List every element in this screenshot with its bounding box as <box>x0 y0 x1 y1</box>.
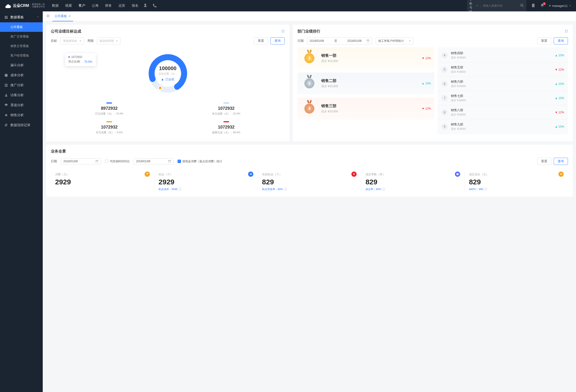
podium-2[interactable]: 2销售二部流水 ¥10,900▲ 10% <box>297 72 434 94</box>
bell-icon[interactable]: 5 <box>540 3 545 8</box>
search-icon[interactable] <box>520 3 524 8</box>
overview-card: 业务全景 日期 2018/01/08 与其他时间对比 2018/01/08 按现… <box>46 145 573 197</box>
menu-toggle-icon[interactable] <box>46 14 50 19</box>
chevron-down-icon: ▼ <box>569 4 571 7</box>
target-filter-label: 目标 <box>51 39 57 43</box>
sidebar-sub-3[interactable]: 客户经理看板 <box>0 51 43 60</box>
query-button[interactable]: 查询 <box>554 37 568 44</box>
overview-date-label: 日期 <box>51 159 57 163</box>
brand-name: 云朵CRM <box>13 3 29 8</box>
rank-row-4[interactable]: 4销售四部流水 ¥19020▲ 10% <box>438 48 568 62</box>
calendar-icon <box>366 39 370 43</box>
stat-type-select[interactable]: 按工单客户经理统计▼ <box>375 37 414 44</box>
query-button[interactable]: 查询 <box>270 37 285 44</box>
username-label: manager11 <box>552 4 568 8</box>
tabs-bar: 公司看板 ✕ <box>43 11 576 21</box>
nav-item-6[interactable]: 报名 <box>132 3 138 8</box>
nav-menu: 数据线索客户公海财务运营报名 <box>52 3 138 8</box>
nav-item-2[interactable]: 客户 <box>79 3 85 8</box>
expand-icon[interactable] <box>565 30 568 33</box>
chevron-down-icon: ▼ <box>79 40 82 42</box>
rank-row-9[interactable]: 9销售九部流水 ¥19020▲ 10% <box>438 120 568 133</box>
cloud-icon <box>5 3 11 8</box>
rank-card-title: 部门业绩排行 <box>297 29 320 34</box>
target-metric-2: 1072932应完成量（元）|8.9% <box>51 118 168 137</box>
brand-sub: 教育机构一站式服务云平台 <box>30 3 45 8</box>
tab-company-board[interactable]: 公司看板 ✕ <box>52 11 73 21</box>
rank-row-7[interactable]: 7销售七部流水 ¥19020▲ 10% <box>438 91 568 105</box>
mobile-icon[interactable] <box>531 3 535 8</box>
sidebar-item-2[interactable]: 推广分析 <box>0 80 43 90</box>
notification-badge: 5 <box>543 2 546 5</box>
target-card-title: 公司业绩目标达成 <box>51 29 81 34</box>
rank-row-5[interactable]: 5销售五部流水 ¥19020▼ 12% <box>438 62 568 77</box>
current-user[interactable]: manager11 ▼ <box>549 4 571 8</box>
calendar-icon <box>95 160 99 163</box>
query-button[interactable]: 查询 <box>554 158 568 165</box>
sidebar-sub-1[interactable]: 推广主管看板 <box>0 32 43 41</box>
chevron-up-icon: ˄ <box>37 16 38 19</box>
donut-chart: 1072932 所占比例: 70.9% 100000 目标总量（元） 已达成 <box>51 47 285 97</box>
chevron-down-icon: ▼ <box>116 40 118 42</box>
chart-tooltip: 1072932 所占比例: 70.9% <box>65 53 96 66</box>
cash-checkbox[interactable]: 按现金消费（返点后消费）统计 <box>178 159 222 163</box>
podium-3[interactable]: 3销售三部流水 ¥10,900▼ 12% <box>297 98 434 120</box>
expand-icon[interactable] <box>281 30 285 33</box>
reset-button[interactable]: 重置 <box>537 37 551 44</box>
calendar-icon <box>168 160 171 163</box>
reset-button[interactable]: 重置 <box>254 37 268 44</box>
sidebar-item-4[interactable]: 渠道分析 <box>0 100 43 110</box>
nav-extra-icons <box>143 3 157 8</box>
sidebar-item-3[interactable]: 访客分析 <box>0 90 43 100</box>
chevron-down-icon: ▼ <box>409 40 411 42</box>
rank-card: 部门业绩排行 日期 2018/01/08 至 2018/01/08 按工单客户经… <box>293 25 573 141</box>
sidebar: 数据看板 ˄ 公司看板推广主管看板销售主管看板客户经理看板 漏斗分析成本分析推广… <box>0 11 43 392</box>
tab-label: 公司看板 <box>55 14 67 18</box>
status-dot <box>549 5 550 6</box>
kpi-0: 消费（元）2929 <box>51 171 154 192</box>
logo: 云朵CRM 教育机构一站式服务云平台 <box>5 3 45 8</box>
sidebar-item-5[interactable]: 销售分析 <box>0 110 43 120</box>
close-icon[interactable]: ✕ <box>68 14 71 18</box>
donut-status: 已达成 <box>159 77 177 82</box>
sidebar-sub-0[interactable]: 公司看板 <box>0 22 43 32</box>
period-select[interactable]: 请选择周期▼ <box>97 37 121 44</box>
nav-item-3[interactable]: 公海 <box>92 3 99 8</box>
sidebar-parent-label: 数据看板 <box>10 15 24 20</box>
nav-item-0[interactable]: 数据 <box>52 3 59 8</box>
kpi-4: 成交流水（元）829ARPU：¥80 ? <box>465 171 568 192</box>
period-filter-label: 周期 <box>87 39 93 43</box>
reset-button[interactable]: 重置 <box>537 158 551 165</box>
user-icon[interactable] <box>143 3 147 8</box>
content: 公司看板 ✕ 公司业绩目标达成 目标 请选择目标▼ 周期 请选择周期▼ 重置 <box>43 11 576 392</box>
date-label: 日期 <box>297 39 304 43</box>
target-card: 公司业绩目标达成 目标 请选择目标▼ 周期 请选择周期▼ 重置 查询 10729… <box>46 25 289 141</box>
nav-item-4[interactable]: 财务 <box>105 3 112 8</box>
kpi-1: 机会（个）2929机会成本：¥948 ? <box>154 171 258 192</box>
sidebar-item-1[interactable]: 成本分析 <box>0 70 43 80</box>
donut-center-value: 100000 <box>159 65 177 71</box>
search-input[interactable] <box>483 4 518 7</box>
rank-row-8[interactable]: 8销售八部流水 ¥19020▼ 12% <box>438 105 568 120</box>
phone-icon[interactable] <box>153 3 157 8</box>
sidebar-item-6[interactable]: 数据流转记录 <box>0 120 43 130</box>
chevron-down-icon: ▼ <box>476 4 478 7</box>
date-range-input[interactable]: 2018/01/08 至 2018/01/08 <box>307 37 372 44</box>
kpi-2: 有效机会（个）829机会有效率：80% ? <box>258 171 361 192</box>
svg-point-2 <box>158 86 162 90</box>
target-select[interactable]: 请选择目标▼ <box>60 37 84 44</box>
overview-title: 业务全景 <box>51 149 568 154</box>
rank-row-6[interactable]: 6销售六部流水 ¥19020▲ 10% <box>438 77 568 91</box>
date-input-1[interactable]: 2018/01/08 <box>61 158 101 164</box>
nav-item-1[interactable]: 线索 <box>65 3 72 8</box>
sidebar-parent-dashboard[interactable]: 数据看板 ˄ <box>0 12 43 22</box>
nav-item-5[interactable]: 运营 <box>118 3 125 8</box>
compare-checkbox[interactable]: 与其他时间对比 <box>105 159 130 163</box>
sidebar-item-0[interactable]: 漏斗分析 <box>0 60 43 70</box>
podium-1[interactable]: 1销售一部流水 ¥10,900▼ 12% <box>297 47 434 69</box>
kpi-3: 成交单数（单）829成交率：80% ? <box>361 171 465 192</box>
target-metric-0: 8972932已完成量（元）|70.9% <box>51 99 168 118</box>
sidebar-sub-2[interactable]: 销售主管看板 <box>0 41 43 51</box>
date-input-2[interactable]: 2018/01/08 <box>133 158 174 164</box>
top-nav: 云朵CRM 教育机构一站式服务云平台 数据线索客户公海财务运营报名 手机号码 ▼… <box>0 0 576 11</box>
